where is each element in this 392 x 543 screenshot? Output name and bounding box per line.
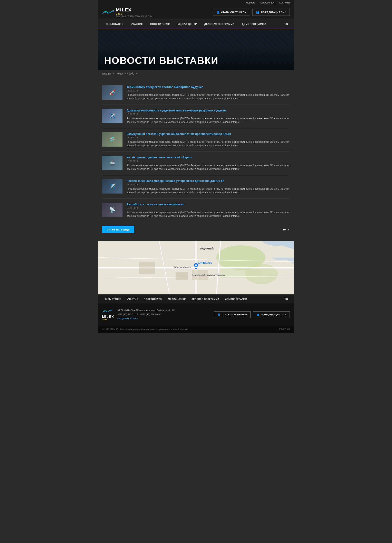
news-item: 🚢 Китай признал дефектным советский «Вар…: [102, 152, 290, 175]
footer-logo-area: MILEX 2019 МКСК «МИНСК-АРЕНА» Минск, пр-…: [102, 308, 175, 321]
footer-nav-participate[interactable]: УЧАСТИЕ: [124, 295, 141, 303]
breadcrumb-home[interactable]: Главная: [102, 72, 112, 75]
thumb-placeholder-icon: 🛸: [102, 132, 123, 147]
footer-phone2: +375 (12) 660-80-50: [141, 313, 161, 316]
map-background: РАДУЖНЫЙ Спортивный к... Белорусский гос…: [98, 241, 294, 294]
topbar-contacts-link[interactable]: Контакты: [279, 1, 290, 4]
news-date: 13.06.2018: [127, 136, 290, 139]
per-page-suffix: ▼: [287, 228, 290, 231]
news-body: Терминатору предрекли светлое экспортное…: [127, 85, 290, 100]
news-date: 13.06.2018: [127, 183, 290, 186]
thumb-placeholder-icon: 🚀: [102, 85, 123, 100]
news-item: ✈️ Россия завершила модернизацию устарев…: [102, 175, 290, 199]
thumb-placeholder-icon: ✈️: [102, 109, 123, 123]
news-item: ✈️ Доказана возможность существования вы…: [102, 105, 290, 128]
map-label-belarus: Белорусский государственный...: [192, 274, 225, 276]
header-buttons: 👤 СТАТЬ УЧАСТНИКОМ 👥 АККРЕДИТАЦИЯ СМИ: [213, 9, 290, 16]
news-body: Доказана возможность существования вымер…: [127, 109, 290, 124]
header: MILEX 2019 BELARUSIAN MILITARY EXHIBITIO…: [98, 5, 294, 19]
per-page-value: 10: [283, 228, 286, 231]
news-list: 🚀 Терминатору предрекли светлое экспортн…: [102, 81, 290, 222]
news-date: 13.06.2018: [127, 207, 290, 209]
participate-button[interactable]: 👤 СТАТЬ УЧАСТНИКОМ: [213, 9, 250, 16]
map-arena-city-label: ARENA City: [198, 262, 212, 265]
news-item: 🚀 Терминатору предрекли светлое экспортн…: [102, 81, 290, 105]
nav-business[interactable]: ДЕЛОВАЯ ПРОГРАММА: [200, 19, 238, 29]
footer-inner: MILEX 2019 МКСК «МИНСК-АРЕНА» Минск, пр-…: [102, 308, 290, 321]
accreditation-button[interactable]: 👥 АККРЕДИТАЦИЯ СМИ: [252, 9, 290, 16]
hero-section: НОВОСТИ ВЫСТАВКИ: [98, 29, 294, 70]
news-date: 13.06.2018: [127, 89, 290, 92]
logo-wave-icon: [102, 9, 114, 15]
nav-lang[interactable]: EN: [282, 19, 290, 29]
hero-title: НОВОСТИ ВЫСТАВКИ: [104, 55, 218, 66]
news-title[interactable]: Запущенный рогаткой украинский беспилотн…: [127, 132, 290, 136]
footer-info: МКСК «МИНСК-АРЕНА» Минск, пр-т. Победите…: [117, 308, 175, 321]
footer-nav-about[interactable]: О ВЫСТАВКЕ: [102, 295, 124, 303]
copyright-text: © 2018 Milex 2019 — 9-я международная вы…: [102, 328, 188, 330]
footer-nav-media[interactable]: МЕДИА-ЦЕНТР: [165, 295, 189, 303]
svg-rect-3: [221, 262, 261, 278]
load-more-button[interactable]: Загрузить еще: [102, 226, 134, 233]
nav-demo[interactable]: ДЕМОПРОГРАММА: [238, 19, 270, 29]
footer-logo-name: MILEX: [102, 315, 114, 319]
footer-phone1: +375 (17) 322-22-22: [117, 313, 138, 316]
top-bar: Новости Конференция Контакты: [98, 0, 294, 5]
thumb-placeholder-icon: 🚢: [102, 156, 123, 170]
news-thumbnail: ✈️: [102, 109, 123, 123]
topbar-conference-link[interactable]: Конференция: [260, 1, 275, 4]
news-thumbnail: 🛸: [102, 132, 123, 147]
footer-accreditation-button[interactable]: 👥 АККРЕДИТАЦИЯ СМИ: [253, 311, 290, 318]
footer-buttons: 👤 СТАТЬ УЧАСТНИКОМ 👥 АККРЕДИТАЦИЯ СМИ: [214, 311, 290, 318]
per-page-selector[interactable]: 10 ▼: [283, 228, 290, 231]
news-text: Российская боевая машина поддержки танко…: [127, 93, 290, 100]
news-date: 13.06.2018: [127, 113, 290, 115]
footer-email[interactable]: mail@milex.2018.by: [117, 317, 138, 320]
logo-area[interactable]: MILEX 2019 BELARUSIAN MILITARY EXHIBITIO…: [102, 7, 153, 17]
nav-participate[interactable]: УЧАСТИЕ: [127, 19, 147, 29]
news-item: 🛸 Запущенный рогаткой украинский беспило…: [102, 128, 290, 152]
nav-media[interactable]: МЕДИА-ЦЕНТР: [174, 19, 200, 29]
breadcrumb: Главная / Новости и события: [98, 70, 294, 77]
news-title[interactable]: Россия завершила модернизацию устаревшег…: [127, 179, 290, 182]
footer-brand: REGULAR: [279, 328, 290, 330]
news-title[interactable]: Доказана возможность существования вымер…: [127, 109, 290, 112]
nav-about[interactable]: О ВЫСТАВКЕ: [102, 19, 127, 29]
footer-nav-lang[interactable]: EN: [283, 294, 290, 304]
person-icon: 👤: [216, 11, 220, 14]
topbar-news-link[interactable]: Новости: [246, 1, 256, 4]
news-thumbnail: 🚀: [102, 85, 123, 100]
footer-nav-visitors[interactable]: ПОСЕТИТЕЛЯМ: [141, 295, 165, 303]
footer-copyright: © 2018 Milex 2019 — 9-я международная вы…: [98, 326, 294, 333]
footer-media-icon: 👥: [256, 313, 260, 316]
footer-nav-demo[interactable]: ДЕМОПРОГРАММА: [222, 295, 250, 303]
footer-person-icon: 👤: [218, 313, 221, 316]
footer: MILEX 2019 МКСК «МИНСК-АРЕНА» Минск, пр-…: [98, 304, 294, 326]
map-label-arena: Спортивный к...: [174, 266, 191, 268]
news-text: Российская боевая машина поддержки танко…: [127, 117, 290, 124]
logo-year: 2019: [116, 13, 153, 15]
nav-visitors[interactable]: ПОСЕТИТЕЛЯМ: [147, 19, 174, 29]
news-title[interactable]: Терминатору предрекли светлое экспортное…: [127, 85, 290, 89]
svg-rect-13: [139, 262, 155, 274]
list-controls: Загрузить еще 10 ▼: [102, 222, 290, 237]
map-location-pin[interactable]: [193, 263, 199, 271]
logo-subtitle: BELARUSIAN MILITARY EXHIBITION: [116, 15, 153, 17]
news-item: 📡 Разработать такие антенны невозможно 1…: [102, 199, 290, 222]
news-title[interactable]: Китай признал дефектным советский «Варяг…: [127, 156, 290, 159]
footer-logo-year: 2019: [102, 319, 114, 321]
logo-name: MILEX: [116, 7, 153, 13]
news-body: Китай признал дефектным советский «Варяг…: [127, 156, 290, 171]
news-date: 13.06.2018: [127, 160, 290, 162]
news-text: Российская боевая машина поддержки танко…: [127, 140, 290, 147]
breadcrumb-current: Новости и события: [117, 72, 138, 75]
news-thumbnail: 📡: [102, 203, 123, 217]
news-title[interactable]: Разработать такие антенны невозможно: [127, 203, 290, 206]
footer-address: МКСК «МИНСК-АРЕНА» Минск, пр-т. Победите…: [117, 308, 175, 312]
news-text: Российская боевая машина поддержки танко…: [127, 187, 290, 194]
footer-nav-business[interactable]: ДЕЛОВАЯ ПРОГРАММА: [189, 295, 222, 303]
footer-nav: О ВЫСТАВКЕ УЧАСТИЕ ПОСЕТИТЕЛЯМ МЕДИА-ЦЕН…: [98, 294, 294, 304]
map-section: РАДУЖНЫЙ Спортивный к... Белорусский гос…: [98, 241, 294, 294]
map-label-raduzhniy: РАДУЖНЫЙ: [200, 247, 214, 250]
footer-participate-button[interactable]: 👤 СТАТЬ УЧАСТНИКОМ: [214, 311, 251, 318]
